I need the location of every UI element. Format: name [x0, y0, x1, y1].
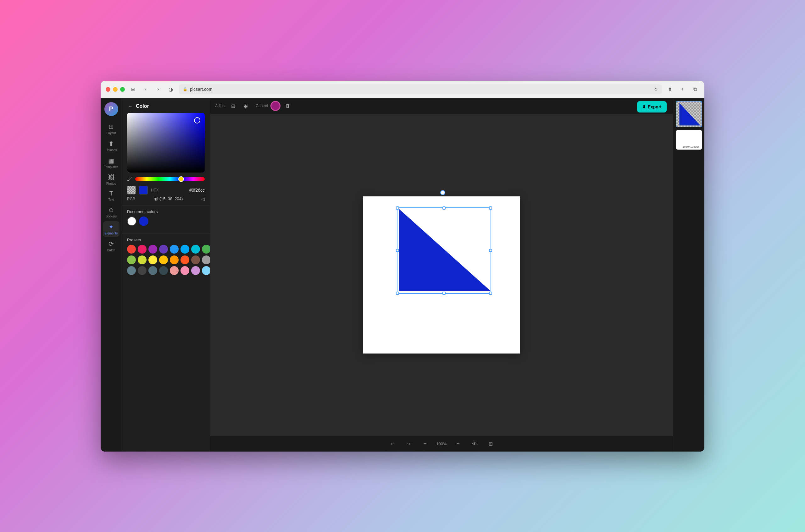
back-nav-button[interactable]: ‹ — [141, 85, 150, 94]
preset-swatch[interactable] — [159, 266, 168, 275]
eye-icon[interactable]: 👁 — [470, 439, 479, 449]
sidebar-item-photos[interactable]: 🖼 Photos — [103, 172, 120, 187]
sidebar-item-text[interactable]: T Text — [103, 189, 120, 203]
adjust-group: Adjust ⊟ ◉ — [215, 101, 251, 111]
thumbnail-preview — [676, 101, 701, 127]
preset-swatch[interactable] — [127, 255, 136, 264]
app-content: P ⊞ Layout ⬆ Uploads ▦ Templates 🖼 Photo… — [100, 98, 705, 452]
zoom-out-button[interactable]: − — [420, 439, 430, 449]
sidebar-item-elements[interactable]: ✦ Elements — [103, 221, 120, 237]
canvas-main[interactable] — [210, 114, 673, 436]
hex-value[interactable]: #0f26cc — [162, 188, 205, 193]
preset-swatch[interactable] — [191, 245, 200, 253]
preset-swatch[interactable] — [148, 245, 157, 253]
rgb-expand-icon[interactable]: ◁ — [201, 196, 205, 202]
handle-middle-left[interactable] — [396, 249, 399, 252]
export-button[interactable]: ⬇ Export — [637, 101, 666, 113]
undo-button[interactable]: ↩ — [387, 439, 397, 449]
color-gradient-picker[interactable] — [127, 113, 205, 172]
handle-top-left[interactable] — [396, 206, 399, 210]
contrast-icon[interactable]: ◑ — [166, 85, 175, 94]
new-tab-icon[interactable]: + — [678, 85, 687, 94]
rotation-handle[interactable] — [440, 190, 445, 195]
picker-handle[interactable] — [194, 117, 200, 124]
control-group: Control 🗑 — [256, 101, 293, 111]
eyedropper-icon[interactable]: 🖊 — [127, 176, 132, 182]
sidebar-item-label-text: Text — [108, 198, 114, 202]
doc-color-blue[interactable] — [139, 216, 148, 226]
share-icon[interactable]: ⬆ — [665, 85, 674, 94]
preset-swatch[interactable] — [148, 255, 157, 264]
color-circle-button[interactable] — [271, 101, 280, 111]
handle-bottom-left[interactable] — [396, 291, 399, 295]
hue-slider[interactable] — [135, 177, 205, 181]
sidebar-item-label-layout: Layout — [106, 131, 116, 135]
canvas-frame[interactable] — [363, 196, 520, 354]
preset-swatch[interactable] — [127, 266, 136, 275]
sidebar-item-layout[interactable]: ⊞ Layout — [103, 121, 120, 137]
minimize-button[interactable] — [113, 87, 117, 92]
preset-swatch[interactable] — [202, 255, 210, 264]
canvas-bottom: ↩ ↪ − 100% + 👁 ⊞ — [210, 436, 673, 452]
preset-swatch[interactable] — [202, 266, 210, 275]
preset-swatch[interactable] — [181, 266, 189, 275]
divider-2 — [122, 233, 210, 234]
sidebar-item-uploads[interactable]: ⬆ Uploads — [103, 138, 120, 154]
zoom-in-button[interactable]: + — [453, 439, 463, 449]
hex-label: HEX — [151, 188, 159, 192]
current-color-swatch[interactable] — [139, 186, 148, 194]
sidebar-item-label-uploads: Uploads — [105, 148, 117, 152]
rgb-label: RGB — [127, 197, 135, 201]
preset-swatch[interactable] — [170, 245, 179, 253]
preset-swatch[interactable] — [191, 255, 200, 264]
browser-chrome: ⊟ ‹ › ◑ 🔒 picsart.com ↻ ⬆ + ⧉ — [100, 81, 705, 98]
preset-swatch[interactable] — [181, 245, 189, 253]
forward-nav-button[interactable]: › — [154, 85, 163, 94]
preset-swatch[interactable] — [181, 255, 189, 264]
preset-swatch[interactable] — [170, 255, 179, 264]
maximize-button[interactable] — [120, 87, 125, 92]
hue-thumb[interactable] — [178, 176, 184, 182]
preset-swatch[interactable] — [138, 255, 147, 264]
doc-color-white[interactable] — [127, 216, 136, 226]
address-bar[interactable]: 🔒 picsart.com ↻ — [179, 84, 662, 94]
reload-icon[interactable]: ↻ — [654, 87, 658, 92]
traffic-lights — [106, 87, 125, 92]
color-panel-back[interactable]: ← — [128, 103, 133, 109]
thumbnail-active[interactable] — [676, 101, 702, 127]
url-text: picsart.com — [190, 87, 213, 92]
sidebar-item-templates[interactable]: ▦ Templates — [103, 155, 120, 171]
adjust-sliders-icon[interactable]: ⊟ — [228, 101, 238, 111]
preset-swatch[interactable] — [138, 245, 147, 253]
handle-bottom-middle[interactable] — [442, 291, 445, 295]
sidebar-item-label-stickers: Stickers — [106, 215, 117, 218]
doc-colors — [122, 216, 210, 230]
stickers-icon: ☺ — [108, 206, 114, 214]
grid-icon[interactable]: ⊞ — [486, 439, 496, 449]
sidebar-item-stickers[interactable]: ☺ Stickers — [103, 205, 120, 220]
preset-swatch[interactable] — [159, 255, 168, 264]
doc-colors-title: Document colors — [122, 209, 210, 216]
redo-button[interactable]: ↪ — [403, 439, 414, 449]
preset-swatch[interactable] — [148, 266, 157, 275]
preset-swatch[interactable] — [127, 245, 136, 253]
delete-icon[interactable]: 🗑 — [283, 101, 293, 111]
triangle-shape[interactable] — [399, 209, 490, 291]
preset-swatch[interactable] — [159, 245, 168, 253]
sidebar-toggle-icon[interactable]: ⊟ — [129, 85, 138, 94]
adjust-droplet-icon[interactable]: ◉ — [241, 101, 251, 111]
tabs-icon[interactable]: ⧉ — [691, 85, 699, 94]
preset-swatch[interactable] — [138, 266, 147, 275]
preset-swatch[interactable] — [170, 266, 179, 275]
close-button[interactable] — [106, 87, 110, 92]
color-panel: ← Color 🖊 HEX #0f26cc — [122, 98, 210, 452]
handle-bottom-right[interactable] — [489, 291, 492, 295]
divider-1 — [122, 205, 210, 206]
thumbnail-inactive[interactable]: 1080x1080px — [676, 130, 702, 150]
presets-grid — [122, 245, 210, 280]
icon-sidebar: P ⊞ Layout ⬆ Uploads ▦ Templates 🖼 Photo… — [100, 98, 122, 452]
preset-swatch[interactable] — [202, 245, 210, 253]
rgb-row: RGB rgb(15, 38, 204) ◁ — [127, 196, 205, 202]
sidebar-item-batch[interactable]: ⟳ Batch — [103, 238, 120, 254]
preset-swatch[interactable] — [191, 266, 200, 275]
